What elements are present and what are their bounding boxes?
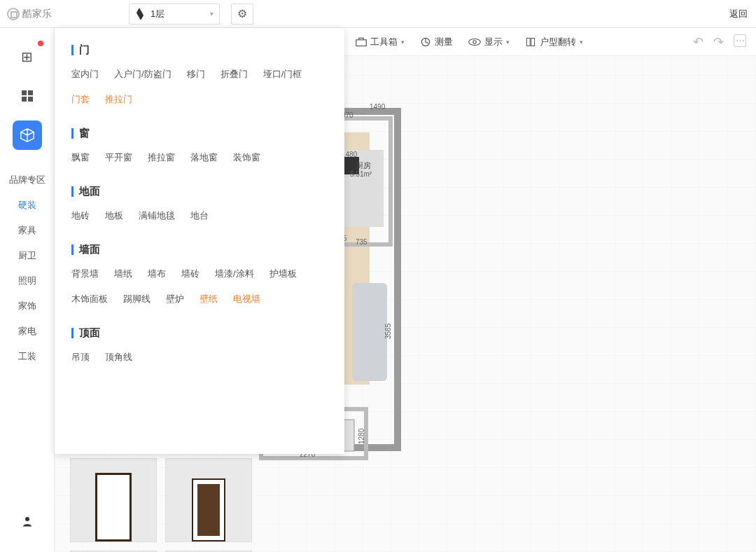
flyout-item[interactable]: 电视墙: [233, 293, 260, 305]
redo-button[interactable]: ↷: [713, 34, 724, 50]
measure-icon: [420, 36, 431, 48]
sidebar-item-furniture[interactable]: 家具: [18, 224, 36, 237]
flyout-item[interactable]: 门套: [71, 93, 90, 106]
svg-text:3565: 3565: [384, 323, 392, 339]
svg-rect-1: [28, 90, 33, 95]
flyout-heading: 墙面: [71, 243, 332, 256]
flyout-heading: 窗: [71, 127, 332, 140]
svg-text:1280: 1280: [358, 428, 365, 444]
sidebar-item-appliance[interactable]: 家电: [18, 325, 36, 338]
measure-tool[interactable]: 测量: [420, 36, 453, 48]
app-name: 酷家乐: [22, 8, 52, 20]
asset-thumb[interactable]: [70, 458, 157, 542]
chevron-down-icon: ▾: [580, 39, 583, 46]
flyout-heading: 地面: [71, 185, 332, 198]
toolbox-menu[interactable]: 工具箱 ▾: [356, 36, 405, 48]
category-flyout: 门室内门入户门/防盗门移门折叠门垭口/门框门套推拉门窗飘窗平开窗推拉窗落地窗装饰…: [55, 28, 344, 454]
more-button[interactable]: ⋯: [734, 34, 746, 47]
toolbox-icon: [356, 37, 367, 47]
flyout-item[interactable]: 背景墙: [71, 268, 99, 280]
flyout-item[interactable]: 移门: [187, 68, 205, 81]
flyout-item[interactable]: 壁纸: [200, 293, 218, 305]
flyout-item[interactable]: 墙布: [148, 268, 166, 280]
layers-icon: [135, 9, 145, 19]
svg-rect-0: [22, 90, 27, 95]
flip-icon: [525, 36, 536, 48]
flyout-item[interactable]: 折叠门: [220, 68, 248, 81]
flip-menu[interactable]: 户型翻转 ▾: [525, 36, 583, 48]
sidebar-item-kitchen-bath[interactable]: 厨卫: [18, 249, 36, 262]
notification-dot: [38, 41, 43, 46]
flyout-item[interactable]: 地砖: [71, 209, 90, 222]
chevron-down-icon: ▾: [506, 39, 510, 46]
chevron-down-icon: ▾: [401, 39, 405, 46]
app-logo: 酷家乐: [7, 8, 52, 20]
flyout-item[interactable]: 吊顶: [71, 351, 90, 364]
cube-library-icon[interactable]: [13, 120, 42, 150]
flyout-item[interactable]: 满铺地毯: [139, 209, 175, 222]
flyout-item[interactable]: 墙砖: [181, 268, 200, 280]
flyout-item[interactable]: 平开窗: [105, 151, 132, 164]
flyout-item[interactable]: 入户门/防盗门: [114, 68, 172, 81]
sidebar-item-lighting[interactable]: 照明: [18, 275, 36, 287]
flyout-item[interactable]: 落地窗: [190, 151, 218, 164]
flyout-heading: 顶面: [71, 326, 332, 340]
sidebar-category-list: 品牌专区 硬装 家具 厨卫 照明 家饰 家电 工装: [9, 174, 46, 363]
flyout-item[interactable]: 墙漆/涂料: [215, 268, 254, 280]
svg-text:735: 735: [356, 238, 368, 246]
svg-rect-3: [28, 97, 33, 102]
flyout-item[interactable]: 室内门: [71, 68, 99, 81]
svg-point-8: [473, 40, 477, 43]
svg-text:1490: 1490: [370, 103, 386, 111]
settings-button[interactable]: ⚙: [231, 4, 253, 25]
eye-icon: [468, 38, 481, 46]
svg-point-4: [25, 517, 29, 521]
flyout-item[interactable]: 地板: [105, 209, 123, 222]
asset-thumbnails: [70, 458, 252, 552]
flyout-item[interactable]: 地台: [190, 209, 209, 222]
svg-text:5.51m²: 5.51m²: [350, 170, 372, 178]
top-bar: 酷家乐 1层 ▾ ⚙ 返回: [0, 0, 756, 28]
flyout-item[interactable]: 推拉窗: [148, 151, 175, 164]
flyout-item[interactable]: 墙纸: [114, 268, 132, 280]
logo-icon: [7, 8, 20, 20]
left-sidebar: ⊞ 品牌专区 硬装 家具 厨卫 照明 家饰 家电 工装: [0, 28, 55, 552]
floor-value: 1层: [150, 8, 164, 20]
sidebar-item-hardware[interactable]: 硬装: [18, 199, 36, 212]
svg-rect-2: [22, 97, 27, 102]
svg-point-7: [469, 39, 481, 45]
flyout-item[interactable]: 顶角线: [105, 351, 132, 364]
sidebar-item-decor[interactable]: 家饰: [18, 300, 36, 312]
flyout-item[interactable]: 推拉门: [105, 93, 132, 106]
flyout-item[interactable]: 装饰窗: [233, 151, 260, 164]
sidebar-item-commercial[interactable]: 工装: [18, 350, 36, 363]
floor-selector[interactable]: 1层 ▾: [129, 4, 220, 25]
flyout-item[interactable]: 木饰面板: [71, 293, 108, 305]
back-button[interactable]: 返回: [728, 5, 749, 23]
flyout-item[interactable]: 壁炉: [166, 293, 184, 305]
display-menu[interactable]: 显示 ▾: [468, 36, 510, 48]
chevron-down-icon: ▾: [210, 10, 214, 18]
grid-apps-icon[interactable]: [13, 81, 42, 111]
flyout-item[interactable]: 垭口/门框: [263, 68, 302, 81]
flyout-heading: 门: [71, 43, 332, 57]
flyout-item[interactable]: 护墙板: [270, 268, 297, 280]
user-icon[interactable]: [21, 515, 34, 531]
flyout-item[interactable]: 踢脚线: [123, 293, 150, 305]
svg-rect-5: [356, 39, 366, 46]
gear-icon: ⚙: [237, 7, 247, 20]
svg-text:厨房: 厨房: [356, 161, 371, 170]
add-panel-icon[interactable]: ⊞: [13, 42, 42, 71]
svg-rect-21: [352, 283, 387, 381]
undo-button[interactable]: ↶: [693, 34, 704, 50]
sidebar-item-brand[interactable]: 品牌专区: [9, 174, 46, 186]
flyout-item[interactable]: 飘窗: [71, 151, 90, 164]
asset-thumb[interactable]: [165, 458, 252, 542]
